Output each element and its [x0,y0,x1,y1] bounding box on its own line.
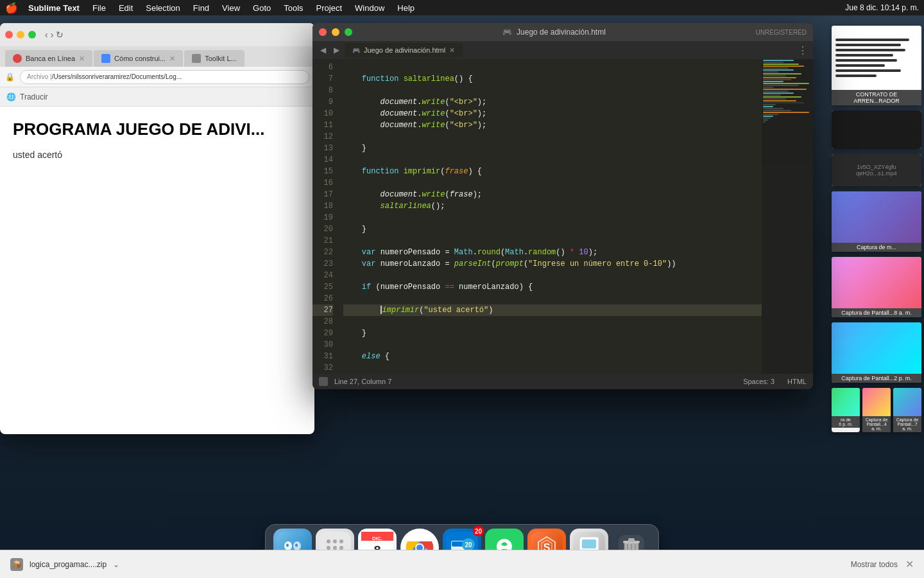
browser-tab-1[interactable]: Banca en Línea ✕ [5,50,92,67]
thumb-7[interactable]: ra de6 p. m. [832,388,860,432]
desktop: ‹ › ↻ Banca en Línea ✕ Cómo construi... … [0,15,924,578]
code-line-31: else { [343,351,762,362]
menu-goto[interactable]: Goto [248,0,276,15]
menu-window[interactable]: Window [350,0,389,15]
code-line-32 [343,362,762,374]
code-line-9: document.write("<br>"); [343,96,762,108]
menu-file[interactable]: File [87,0,111,15]
download-close-btn[interactable]: ✕ [905,558,914,570]
address-bar: 🔒 Archivo | /Users/nilssonriveraramirez/… [0,67,314,87]
thumb-4[interactable]: Captura de m... [832,191,921,252]
ln-11: 11 [312,119,333,131]
ln-9: 9 [312,96,333,108]
code-line-8 [343,85,762,96]
ln-31: 31 [312,351,333,362]
editor-prev-btn[interactable]: ◀ [318,46,329,55]
menu-help[interactable]: Help [392,0,420,15]
ln-22: 22 [312,247,333,258]
line-numbers: 6 7 8 9 10 11 12 13 14 15 16 17 18 19 20… [312,59,338,374]
tab-close-1[interactable]: ✕ [79,55,85,63]
menu-selection[interactable]: Selection [141,0,185,15]
menu-project[interactable]: Project [311,0,347,15]
menu-find[interactable]: Find [188,0,214,15]
tab-close-2[interactable]: ✕ [169,55,175,63]
doc-line [835,64,885,67]
mostrar-todos-btn[interactable]: Mostrar todos [851,560,898,569]
editor-tab-add[interactable]: ⋮ [798,44,808,57]
svg-point-4 [295,544,298,547]
editor-tab-main[interactable]: 🎮 Juego de adivinación.html ✕ [345,43,463,57]
code-line-12 [343,131,762,143]
thumb-7-img [832,388,860,416]
address-input[interactable]: Archivo | /Users/nilssonriveraramirez/Do… [20,70,309,84]
svg-point-8 [339,539,343,543]
thumb-5[interactable]: Captura de Pantall...8 a. m. [832,257,921,317]
menu-sublime-text[interactable]: Sublime Text [23,0,85,15]
editor-body: 6 7 8 9 10 11 12 13 14 15 16 17 18 19 20… [312,59,813,374]
ln-17: 17 [312,189,333,200]
translate-label[interactable]: Traducir [20,92,48,101]
thumb-8-label: Captura dePantall...4 a. m. [862,416,891,432]
browser-tab-3[interactable]: Toolkit L... [184,50,244,67]
browser-tab-2[interactable]: Cómo construi... ✕ [94,50,183,67]
editor-min-btn[interactable] [332,28,339,36]
browser-refresh-btn[interactable]: ↻ [56,30,64,40]
ln-25: 25 [312,281,333,293]
thumb-3-img: 1v5O_XZY4gfu qeH2o...s1.mp4 [832,154,921,186]
thumb-1[interactable]: CONTRATO DE ARREN...RADOR [832,26,921,105]
download-chevron-icon[interactable]: ⌄ [113,560,119,569]
code-line-16 [343,177,762,189]
status-syntax[interactable]: HTML [787,378,807,385]
code-line-18: saltarlinea(); [343,200,762,212]
editor-statusbar: Line 27, Column 7 Spaces: 3 HTML [312,374,813,389]
thumb-8[interactable]: Captura dePantall...4 a. m. [862,388,891,432]
editor-title: 🎮 Juego de adivinación.html [357,28,751,37]
browser-close-btn[interactable] [5,31,13,39]
svg-point-3 [286,544,289,547]
editor-max-btn[interactable] [345,28,352,36]
editor-next-btn[interactable]: ▶ [331,46,342,55]
doc-line [835,54,893,57]
svg-point-7 [333,539,337,543]
thumb-2[interactable] [832,110,921,149]
thumb-8-img [862,388,891,416]
tab-label-3: Toolkit L... [205,55,237,62]
thumb-9-label: Captura dePantall...7 a. m. [893,416,921,432]
code-area[interactable]: function saltarlinea() { document.write(… [338,59,762,374]
code-line-24 [343,270,762,281]
doc-line [835,59,897,62]
menu-view[interactable]: View [217,0,245,15]
thumb-6[interactable]: Captura de Pantall...2 p. m. [832,322,921,383]
doc-line [835,44,901,46]
ln-14: 14 [312,154,333,166]
thumb-3[interactable]: 1v5O_XZY4gfu qeH2o...s1.mp4 [832,154,921,186]
tab-favicon-2 [101,54,110,63]
apple-menu[interactable]: 🍎 [5,2,18,14]
browser-back-btn[interactable]: ‹ [45,30,48,40]
code-line-28 [343,316,762,328]
ln-19: 19 [312,212,333,223]
ln-23: 23 [312,258,333,270]
browser-min-btn[interactable] [17,31,24,39]
ln-18: 18 [312,200,333,212]
editor-tab-close[interactable]: ✕ [449,46,455,55]
thumb-4-img [832,191,921,243]
browser-forward-btn[interactable]: › [51,30,54,40]
menu-tools[interactable]: Tools [278,0,308,15]
tab-label-2: Cómo construi... [114,55,166,62]
editor-unregistered: UNREGISTERED [756,29,807,36]
status-spaces[interactable]: Spaces: 3 [743,378,774,385]
browser-toolbar: ‹ › ↻ [0,23,314,46]
status-position[interactable]: Line 27, Column 7 [334,378,391,385]
menu-edit[interactable]: Edit [114,0,138,15]
browser-max-btn[interactable] [28,31,36,39]
address-icon: 🔒 [5,73,15,82]
tab-favicon-1 [13,54,22,63]
ln-21: 21 [312,235,333,247]
doc-line [835,49,905,51]
editor-close-btn[interactable] [319,28,327,36]
ln-20: 20 [312,223,333,235]
ln-24: 24 [312,270,333,281]
thumb-9[interactable]: Captura dePantall...7 a. m. [893,388,921,432]
code-line-26 [343,293,762,304]
